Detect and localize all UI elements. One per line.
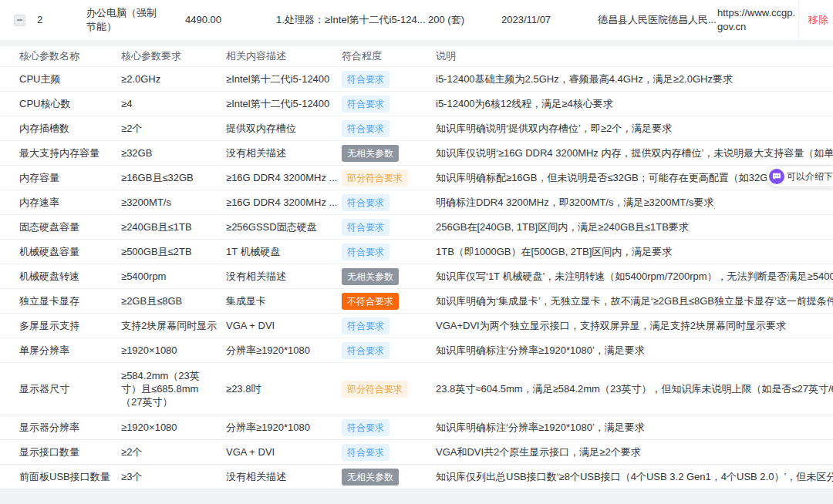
table-row: 独立显卡显存 ≥2GB且≤8GB 集成显卡 不符合要求 知识库明确为‘集成显卡’… — [0, 289, 833, 314]
param-description-cell: VGA + DVI — [226, 446, 342, 458]
note-cell: 知识库仅说明‘≥16G DDR4 3200MHz 内存，提供双内存槽位’，未说明… — [436, 146, 833, 160]
collapse-row-button[interactable] — [14, 15, 25, 26]
param-description-cell: ≥16G DDR4 3200MHz ... — [226, 172, 342, 183]
param-name-cell: 机械硬盘容量 — [19, 245, 121, 259]
conformity-badge: 符合要求 — [342, 342, 390, 359]
note-cell: 明确标注DDR4 3200MHz，即3200MT/s，满足≥3200MT/s要求 — [436, 196, 833, 210]
compare-table: 核心参数名称 核心参数要求 相关内容描述 符合程度 说明 CPU主频 ≥2.0G… — [0, 46, 833, 489]
conformity-badge: 无相关参数 — [342, 469, 399, 486]
param-name-cell: 机械硬盘转速 — [19, 270, 121, 284]
header-requirement: 核心参数要求 — [121, 49, 226, 63]
param-name-cell: 显示器尺寸 — [19, 382, 121, 396]
param-description-cell: 分辨率≥1920*1080 — [226, 421, 342, 435]
param-description-cell: ≥Intel第十二代i5-12400 — [226, 72, 342, 86]
conformity-badge: 符合要求 — [342, 219, 390, 236]
spec-preview: 1.处理器：≥Intel第十二代i5-124... — [255, 13, 428, 27]
note-cell: 知识库明确标注‘分辨率≥1920*1080’，满足要求 — [436, 421, 833, 435]
table-row: 单屏分辨率 ≥1920×1080 分辨率≥1920*1080 符合要求 知识库明… — [0, 338, 833, 363]
table-row: 固态硬盘容量 ≥240GB且≤1TB ≥256GSSD固态硬盘 符合要求 256… — [0, 215, 833, 240]
param-description-cell: 分辨率≥1920*1080 — [226, 344, 342, 358]
row-index: 2 — [31, 13, 77, 27]
header-note: 说明 — [436, 49, 833, 63]
table-row: 前面板USB接口数量 ≥3个 没有相关描述 无相关参数 知识库仅列出总USB接口… — [0, 465, 833, 489]
compare-table-header: 核心参数名称 核心参数要求 相关内容描述 符合程度 说明 — [0, 46, 833, 67]
note-cell: VGA+DVI为两个独立显示接口，支持双屏异显，满足支持2块屏幕同时显示要求 — [436, 319, 833, 333]
param-name-cell: 显示器分辨率 — [19, 421, 121, 435]
param-requirement-cell: ≥1920×1080 — [121, 344, 226, 357]
table-row: 多屏显示支持 支持2块屏幕同时显示 VGA + DVI 符合要求 VGA+DVI… — [0, 314, 833, 338]
param-description-cell: ≥Intel第十二代i5-12400 — [226, 97, 342, 111]
param-requirement-cell: ≥584.2mm（23英寸）且≤685.8mm（27英寸） — [121, 369, 226, 408]
param-requirement-cell: ≥2.0GHz — [121, 72, 226, 86]
conformity-badge: 无相关参数 — [342, 145, 399, 162]
param-name-cell: 内存容量 — [19, 171, 121, 185]
param-name-cell: 内存插槽数 — [19, 122, 121, 136]
param-description-cell: 没有相关描述 — [226, 270, 342, 284]
section-divider — [0, 40, 833, 46]
param-requirement-cell: ≥1920×1080 — [121, 421, 226, 434]
remove-button[interactable]: 移除 — [808, 13, 828, 27]
assistant-bubble[interactable]: 可以介绍下你 — [767, 166, 833, 186]
note-cell: 1TB（即1000GB）在[500GB, 2TB]区间内，满足要求 — [436, 245, 833, 259]
param-requirement-cell: ≥4 — [121, 97, 226, 110]
param-requirement-cell: ≥2GB且≤8GB — [121, 294, 226, 307]
table-row: 机械硬盘转速 ≥5400rpm 没有相关描述 无相关参数 知识库仅写‘1T 机械… — [0, 264, 833, 289]
param-name-cell: 独立显卡显存 — [19, 294, 121, 308]
header-conformity: 符合程度 — [342, 49, 436, 63]
header-param-name: 核心参数名称 — [19, 49, 121, 63]
table-row: 内存速率 ≥3200MT/s ≥16G DDR4 3200MHz ... 符合要… — [0, 190, 833, 215]
param-description-cell: 提供双内存槽位 — [226, 122, 342, 136]
buyer-name: 德昌县人民医院德昌人民... — [594, 13, 717, 27]
note-cell: 知识库明确为‘集成显卡’，无独立显卡，故不满足‘≥2GB且≤8GB独立显卡显存’… — [436, 294, 833, 308]
param-name-cell: CPU主频 — [19, 72, 121, 86]
product-price: 4490.00 — [170, 13, 255, 27]
note-cell: i5-12400为6核12线程，满足≥4核心要求 — [436, 97, 833, 111]
param-name-cell: 最大支持内存容量 — [19, 146, 121, 160]
table-row: CPU主频 ≥2.0GHz ≥Intel第十二代i5-12400 符合要求 i5… — [0, 67, 833, 92]
summary-row: 2 办公电脑（强制节能） 4490.00 1.处理器：≥Intel第十二代i5-… — [0, 0, 833, 40]
conformity-badge: 无相关参数 — [342, 268, 399, 285]
product-name: 办公电脑（强制节能） — [77, 6, 170, 34]
note-cell: 23.8英寸≈604.5mm，满足≥584.2mm（23英寸），但知识库未说明上… — [436, 382, 833, 396]
param-requirement-cell: ≥16GB且≤32GB — [121, 171, 226, 184]
param-name-cell: 前面板USB接口数量 — [19, 470, 121, 484]
conformity-badge: 符合要求 — [342, 318, 390, 334]
note-cell: i5-12400基础主频为2.5GHz，睿频最高4.4GHz，满足≥2.0GHz… — [436, 72, 833, 86]
note-cell: 256GB在[240GB, 1TB]区间内，满足≥240GB且≤1TB要求 — [436, 220, 833, 234]
table-row: 显示接口数量 ≥2个 VGA + DVI 符合要求 VGA和DVI共2个原生显示… — [0, 440, 833, 465]
param-description-cell: ≥256GSSD固态硬盘 — [226, 220, 342, 234]
param-requirement-cell: ≥5400rpm — [121, 270, 226, 283]
conformity-badge: 部分符合要求 — [342, 170, 408, 186]
conformity-badge: 符合要求 — [342, 419, 390, 436]
conformity-badge: 符合要求 — [342, 194, 390, 211]
table-row: 最大支持内存容量 ≥32GB 没有相关描述 无相关参数 知识库仅说明‘≥16G … — [0, 141, 833, 166]
param-description-cell: 1T 机械硬盘 — [226, 245, 342, 259]
param-requirement-cell: ≥32GB — [121, 146, 226, 160]
param-requirement-cell: ≥3200MT/s — [121, 196, 226, 209]
compare-table-body: CPU主频 ≥2.0GHz ≥Intel第十二代i5-12400 符合要求 i5… — [0, 67, 833, 489]
param-name-cell: CPU核心数 — [19, 97, 121, 111]
conformity-badge: 符合要求 — [342, 444, 390, 461]
param-requirement-cell: ≥3个 — [121, 470, 226, 483]
conformity-badge: 符合要求 — [342, 244, 390, 260]
table-row: 显示器尺寸 ≥584.2mm（23英寸）且≤685.8mm（27英寸） ≥23.… — [0, 363, 833, 415]
assistant-label: 可以介绍下你 — [787, 170, 833, 183]
conformity-badge: 符合要求 — [342, 71, 390, 88]
quantity: 200 (套) — [428, 13, 501, 27]
param-description-cell: 集成显卡 — [226, 294, 342, 308]
param-requirement-cell: ≥500GB且≤2TB — [121, 245, 226, 258]
param-description-cell: 没有相关描述 — [226, 146, 342, 160]
note-cell: 知识库明确说明‘提供双内存槽位’，即≥2个，满足要求 — [436, 122, 833, 136]
param-name-cell: 单屏分辨率 — [19, 344, 121, 358]
param-requirement-cell: ≥2个 — [121, 122, 226, 135]
param-description-cell: VGA + DVI — [226, 320, 342, 331]
param-description-cell: ≥16G DDR4 3200MHz ... — [226, 197, 342, 208]
param-requirement-cell: ≥2个 — [121, 445, 226, 459]
table-row: 显示器分辨率 ≥1920×1080 分辨率≥1920*1080 符合要求 知识库… — [0, 415, 833, 440]
source-url[interactable]: https://www.ccgp.gov.cn — [717, 6, 798, 34]
param-requirement-cell: ≥240GB且≤1TB — [121, 220, 226, 234]
table-row: CPU核心数 ≥4 ≥Intel第十二代i5-12400 符合要求 i5-124… — [0, 92, 833, 116]
note-cell: 知识库仅列出总USB接口数‘≥8个USB接口（4个USB 3.2 Gen1，4个… — [436, 470, 833, 484]
conformity-badge: 符合要求 — [342, 120, 390, 137]
table-row: 内存容量 ≥16GB且≤32GB ≥16G DDR4 3200MHz ... 部… — [0, 166, 833, 190]
